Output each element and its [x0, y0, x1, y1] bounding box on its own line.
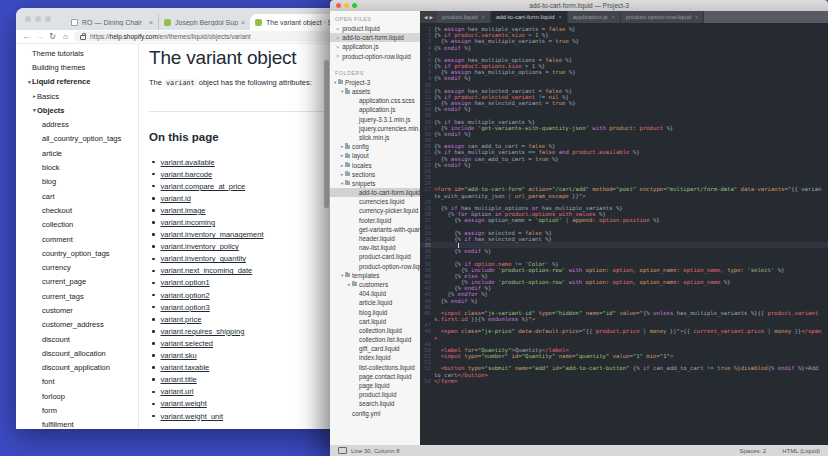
tree-item[interactable]: blog.liquid	[330, 307, 420, 316]
open-file-item[interactable]: × product-option-row.liquid	[330, 52, 420, 61]
tree-item[interactable]: application.js	[330, 105, 420, 114]
code-line[interactable]: 54 </form>	[420, 378, 828, 384]
address-bar[interactable]: https://help.shopify.com/en/themes/liqui…	[74, 31, 340, 42]
tree-item[interactable]: ▸ layout	[330, 151, 420, 160]
code-line[interactable]: 46 <input class="js-variant-id" type="hi…	[420, 310, 828, 322]
tab-close-icon[interactable]: ×	[482, 14, 485, 20]
sidebar-item[interactable]: ▾ Liquid reference	[16, 75, 138, 89]
code-editor[interactable]: 1 {% assign has_multiple_variants = fals…	[420, 23, 828, 445]
tree-item[interactable]: nav-list.liquid	[330, 243, 420, 252]
tab-close-icon[interactable]: ×	[241, 19, 245, 26]
tree-item[interactable]: ▾ assets	[330, 87, 420, 96]
home-icon[interactable]: ⌂	[61, 33, 70, 41]
reload-icon[interactable]: ↻	[48, 33, 57, 41]
sidebar-item[interactable]: forloop	[16, 389, 138, 403]
editor-tab[interactable]: application.js ×	[568, 11, 621, 23]
attribute-link[interactable]: variant.selected	[161, 339, 214, 348]
sidebar-item[interactable]: Theme tutorials	[16, 46, 138, 60]
tab-nav-arrows[interactable]: ◀ ▶	[420, 11, 437, 23]
sidebar-item[interactable]: checkout	[16, 203, 138, 217]
forward-icon[interactable]: →	[35, 33, 44, 41]
code-line[interactable]: 48 <span class="js-price" data-default-p…	[420, 328, 828, 340]
browser-tab[interactable]: RO — Dining Chair ×	[66, 14, 158, 30]
tree-item[interactable]: jquery.currencies.min.js	[330, 124, 420, 133]
sidebar-item[interactable]: collection	[16, 218, 138, 232]
sidebar-item[interactable]: ▾ Objects	[16, 103, 138, 117]
tree-item[interactable]: index.liquid	[330, 353, 420, 362]
tree-item[interactable]: gift_card.liquid	[330, 344, 420, 353]
sidebar-item[interactable]: fulfillment	[16, 418, 138, 429]
tree-item[interactable]: 404.liquid	[330, 289, 420, 298]
sidebar-item[interactable]: address	[16, 117, 138, 131]
tree-item[interactable]: collection.list.liquid	[330, 335, 420, 344]
tree-item[interactable]: config.yml	[330, 409, 420, 418]
attribute-link[interactable]: variant.sku	[161, 351, 197, 360]
close-file-icon[interactable]: ×	[336, 44, 339, 50]
window-zoom-button[interactable]	[352, 3, 357, 8]
tree-item[interactable]: ▸ config	[330, 142, 420, 151]
attribute-link[interactable]: variant.price	[161, 315, 202, 324]
attribute-link[interactable]: variant.option3	[161, 303, 210, 312]
attribute-link[interactable]: variant.incoming	[161, 218, 216, 227]
sidebar-item[interactable]: discount_allocation	[16, 346, 138, 360]
grammar-status[interactable]: HTML (Liquid)	[782, 448, 820, 454]
sidebar-item[interactable]: block	[16, 160, 138, 174]
sidebar-item[interactable]: currency	[16, 260, 138, 274]
attribute-link[interactable]: variant.title	[161, 375, 197, 384]
open-file-item[interactable]: × application.js	[330, 42, 420, 51]
device-icon[interactable]	[338, 447, 347, 454]
attribute-link[interactable]: variant.available	[161, 158, 215, 167]
window-minimize-button[interactable]	[35, 16, 41, 22]
tree-item[interactable]: application.css.scss	[330, 96, 420, 105]
tree-item[interactable]: page.liquid	[330, 381, 420, 390]
attribute-link[interactable]: variant.option1	[161, 278, 210, 287]
sidebar-item[interactable]: comment	[16, 232, 138, 246]
attribute-link[interactable]: variant.inventory_quantity	[161, 254, 246, 263]
tree-item[interactable]: list-collections.liquid	[330, 363, 420, 372]
tree-item[interactable]: ▾ snippets	[330, 179, 420, 188]
tree-item[interactable]: ▸ sections	[330, 170, 420, 179]
attribute-link[interactable]: variant.image	[161, 206, 206, 215]
open-file-item[interactable]: × product.liquid	[330, 24, 420, 33]
sidebar-item[interactable]: customer_address	[16, 318, 138, 332]
browser-scrollbar-thumb[interactable]	[324, 60, 329, 208]
sidebar-item[interactable]: current_page	[16, 275, 138, 289]
sidebar-item[interactable]: blog	[16, 175, 138, 189]
sidebar-item[interactable]: customer	[16, 303, 138, 317]
tree-item[interactable]: page.contact.liquid	[330, 372, 420, 381]
tab-nav-right-icon[interactable]: ▶	[430, 15, 433, 20]
sidebar-item[interactable]: current_tags	[16, 289, 138, 303]
tree-item[interactable]: article.liquid	[330, 298, 420, 307]
secure-lock-icon[interactable]	[80, 35, 86, 41]
window-zoom-button[interactable]	[45, 16, 51, 22]
tree-item[interactable]: ▸ locales	[330, 160, 420, 169]
tab-close-icon[interactable]: ×	[149, 19, 153, 26]
sidebar-item[interactable]: Building themes	[16, 60, 138, 74]
attribute-link[interactable]: variant.weight_unit	[161, 412, 224, 421]
attribute-link[interactable]: variant.weight	[161, 399, 207, 408]
tree-item[interactable]: collection.liquid	[330, 326, 420, 335]
sidebar-item[interactable]: discount_application	[16, 361, 138, 375]
tree-item[interactable]: product-option-row.liquid	[330, 262, 420, 271]
browser-tab[interactable]: Joseph Bergdol Superm Pro ×	[158, 14, 250, 30]
tree-item[interactable]: currency-picker.liquid	[330, 206, 420, 215]
tree-item[interactable]: ▾ Project-3	[330, 78, 420, 87]
close-file-icon[interactable]: ×	[336, 26, 339, 32]
tree-item[interactable]: header.liquid	[330, 234, 420, 243]
sidebar-item[interactable]: all_country_option_tags	[16, 132, 138, 146]
code-line[interactable]: 53 <button type="submit" name="add" id="…	[420, 365, 828, 377]
open-file-item[interactable]: × add-to-cart-form.liquid	[330, 33, 420, 42]
sidebar-item[interactable]: article	[16, 146, 138, 160]
tree-item[interactable]: search.liquid	[330, 399, 420, 408]
editor-tab[interactable]: product.liquid ×	[437, 11, 491, 23]
cursor-position-status[interactable]: Line 30, Column 8	[351, 448, 400, 454]
sidebar-item[interactable]: country_option_tags	[16, 246, 138, 260]
attribute-link[interactable]: variant.compare_at_price	[161, 182, 246, 191]
tree-item[interactable]: ▸ customers	[330, 280, 420, 289]
window-close-button[interactable]	[25, 16, 31, 22]
attribute-link[interactable]: variant.inventory_management	[161, 230, 264, 239]
tab-close-icon[interactable]: ×	[612, 14, 615, 20]
window-minimize-button[interactable]	[344, 3, 349, 8]
attribute-link[interactable]: variant.option2	[161, 291, 210, 300]
back-icon[interactable]: ←	[22, 33, 31, 41]
